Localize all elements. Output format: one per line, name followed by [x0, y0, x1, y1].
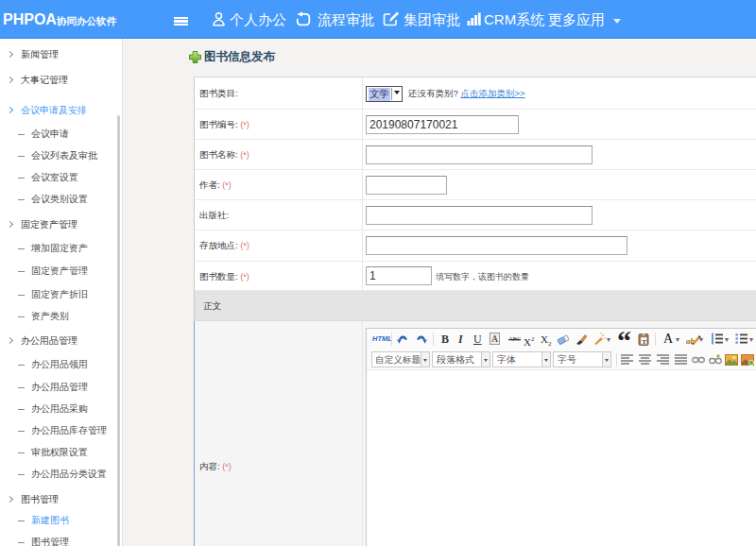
svg-text:T: T: [642, 338, 646, 346]
svg-text:ab: ab: [686, 336, 696, 346]
